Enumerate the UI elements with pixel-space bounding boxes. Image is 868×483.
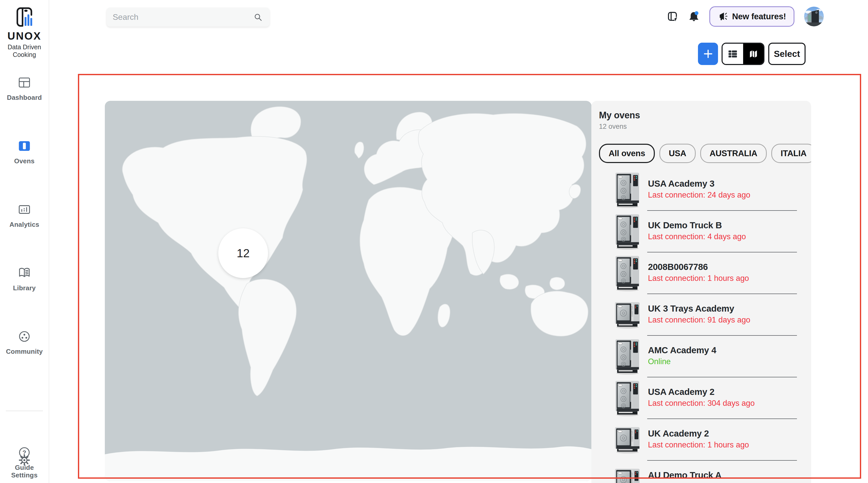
sidebar-divider — [6, 411, 43, 411]
filter-chip-label: AUSTRALIA — [710, 149, 757, 158]
oven-thumbnail-image — [614, 462, 641, 483]
oven-list-item[interactable]: 2008B0067786 Last connection: 1 hours ag… — [591, 252, 811, 294]
ovens-icon — [17, 139, 32, 154]
search-box — [106, 8, 270, 27]
filter-chip-label: ITALIA — [781, 149, 807, 158]
oven-list-item[interactable]: AMC Academy 4 Online — [591, 336, 811, 378]
guide-icon: ? — [17, 445, 32, 460]
panel-subtitle: 12 ovens — [599, 123, 804, 130]
select-button[interactable]: Select — [768, 43, 806, 65]
analytics-icon — [17, 202, 32, 217]
filter-chips-row: All ovens USA AUSTRALIA ITALIA — [591, 144, 811, 163]
megaphone-icon — [718, 11, 728, 22]
filter-chip-italia[interactable]: ITALIA — [771, 144, 811, 163]
search-icon[interactable] — [253, 12, 264, 23]
filter-chip-label: All ovens — [609, 149, 645, 158]
oven-thumbnail-image — [614, 213, 641, 251]
sidebar-item-guide[interactable]: ? Guide — [0, 445, 49, 479]
sidebar: UNOX Data Driven Cooking Dashboard Ovens… — [0, 0, 49, 483]
sidebar-item-label: Analytics — [9, 221, 39, 229]
filter-chip-australia[interactable]: AUSTRALIA — [700, 144, 767, 163]
topbar-actions: New features! — [667, 0, 824, 33]
oven-name: AMC Academy 4 — [648, 345, 716, 355]
sidebar-item-label: Community — [6, 348, 43, 356]
sidebar-item-label: Guide — [15, 464, 34, 472]
oven-thumbnail-image — [614, 337, 641, 375]
community-icon — [17, 329, 32, 344]
filter-chip-label: USA — [669, 149, 686, 158]
filter-chip-usa[interactable]: USA — [659, 144, 696, 163]
sidebar-item-dashboard[interactable]: Dashboard — [0, 75, 49, 109]
new-features-label: New features! — [732, 12, 786, 21]
unox-oven-logo-icon — [15, 7, 34, 27]
oven-list-item[interactable]: UK Academy 2 Last connection: 1 hours ag… — [591, 419, 811, 461]
oven-status: Online — [648, 357, 716, 366]
sidebar-nav: Dashboard Ovens Analytics Library Commun… — [0, 75, 49, 483]
oven-name: UK 3 Trays Academy — [648, 303, 750, 313]
oven-thumbnail-image — [614, 254, 641, 292]
cluster-count: 12 — [237, 246, 249, 260]
oven-list-item[interactable]: USA Academy 3 Last connection: 24 days a… — [591, 169, 811, 211]
oven-list: USA Academy 3 Last connection: 24 days a… — [591, 169, 811, 483]
oven-status: Last connection: 4 days ago — [648, 232, 746, 241]
table-list-icon — [727, 48, 738, 59]
add-oven-button[interactable] — [698, 43, 718, 65]
oven-list-item[interactable]: USA Academy 2 Last connection: 304 days … — [591, 378, 811, 419]
svg-text:?: ? — [23, 449, 26, 456]
panel-header: My ovens 12 ovens — [591, 110, 811, 130]
oven-name: UK Academy 2 — [648, 428, 749, 439]
sidebar-item-label: Library — [13, 284, 36, 292]
map-cluster-marker[interactable]: 12 — [218, 228, 268, 278]
oven-thumbnail-image — [614, 421, 641, 459]
user-avatar[interactable] — [804, 7, 824, 26]
dashboard-icon — [17, 75, 32, 90]
list-view-button[interactable] — [722, 44, 743, 64]
oven-name: 2008B0067786 — [648, 262, 749, 272]
new-features-button[interactable]: New features! — [709, 6, 795, 27]
sidebar-item-library[interactable]: Library — [0, 265, 49, 300]
sidebar-item-label: Ovens — [14, 157, 35, 165]
map-view-button[interactable] — [743, 44, 764, 64]
oven-list-item[interactable]: AU Demo Truck A Last connection: 277 day… — [591, 461, 811, 483]
oven-name: USA Academy 3 — [648, 179, 750, 189]
oven-thumbnail-image — [614, 171, 641, 209]
library-icon — [17, 265, 32, 281]
search-input[interactable] — [113, 12, 253, 22]
notification-dot — [695, 11, 699, 15]
oven-list-item[interactable]: UK 3 Trays Academy Last connection: 91 d… — [591, 294, 811, 336]
sidebar-item-ovens[interactable]: Ovens — [0, 139, 49, 173]
oven-status: Last connection: 1 hours ago — [648, 440, 749, 450]
notifications-bell-icon[interactable] — [688, 11, 700, 22]
filter-chip-all-ovens[interactable]: All ovens — [599, 144, 655, 163]
oven-status: Last connection: 1 hours ago — [648, 274, 749, 283]
brand-tagline: Data Driven Cooking — [0, 43, 49, 58]
brand-name: UNOX — [0, 30, 49, 42]
oven-status: Last connection: 277 days ago — [648, 482, 755, 483]
my-ovens-panel: My ovens 12 ovens All ovens USA AUSTRALI… — [591, 101, 811, 483]
oven-name: UK Demo Truck B — [648, 220, 746, 230]
folded-map-icon — [748, 48, 759, 59]
sidebar-item-community[interactable]: Community — [0, 329, 49, 363]
sidebar-item-analytics[interactable]: Analytics — [0, 202, 49, 236]
oven-status: Last connection: 91 days ago — [648, 315, 750, 325]
panel-title: My ovens — [599, 110, 804, 121]
brand: UNOX Data Driven Cooking — [0, 0, 49, 58]
oven-status: Last connection: 304 days ago — [648, 399, 755, 408]
oven-share-icon[interactable] — [667, 11, 678, 22]
world-map[interactable]: 12 — [105, 101, 592, 481]
oven-thumbnail-image — [614, 379, 641, 417]
oven-list-item[interactable]: UK Demo Truck B Last connection: 4 days … — [591, 211, 811, 252]
oven-name: AU Demo Truck A — [648, 470, 755, 480]
oven-status: Last connection: 24 days ago — [648, 190, 750, 200]
view-mode-toggle — [721, 43, 765, 65]
sidebar-item-label: Dashboard — [7, 94, 42, 101]
oven-name: USA Academy 2 — [648, 387, 755, 397]
oven-thumbnail-image — [614, 296, 641, 334]
